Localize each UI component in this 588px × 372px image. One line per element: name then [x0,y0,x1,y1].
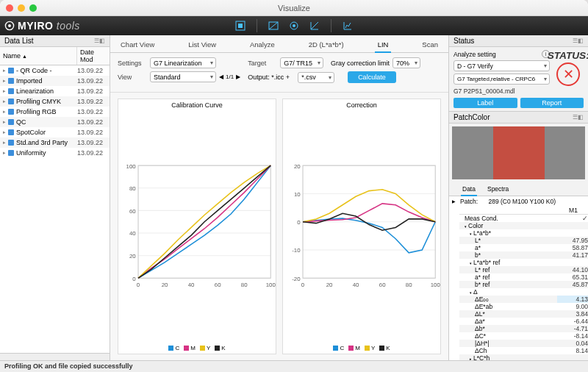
col-date: Date Mod [77,47,110,65]
panel-menu-icon[interactable]: ☰◧ [94,37,105,44]
svg-text:20: 20 [326,282,333,288]
patch-color-pane [452,126,585,179]
svg-text:0: 0 [297,219,301,226]
chart-icon[interactable] [340,18,355,33]
data-list-body[interactable]: ▸- QR Code -13.09.22▸Imported13.09.22▸Li… [0,65,110,353]
profile-select[interactable]: G7 Targeted,relative - CRPC6 [453,74,550,85]
data-row: ΔL*3.84 [459,310,588,318]
label-button[interactable]: Label [453,98,517,108]
analyze-label: Analyze setting [453,51,539,58]
tab-lin[interactable]: LIN [375,38,392,52]
list-item[interactable]: ▸Imported13.09.22 [0,76,110,86]
data-list-title: Data List [4,37,33,45]
spectrum-icon[interactable] [266,18,281,33]
svg-text:10: 10 [294,191,301,198]
data-row: ΔC*-8.14 [459,332,588,340]
target-select[interactable]: G7/ TR15 [280,57,323,68]
scrollbar-horizontal[interactable] [0,353,110,360]
tab-scan[interactable]: Scan [419,38,441,52]
data-row: ΔE₀₀4.13 [459,296,588,303]
gray-limit-select[interactable]: 70% [392,57,420,68]
data-row: ΔCh8.14 [459,347,588,354]
calculate-button[interactable]: Calculate [348,71,396,83]
panel-menu-icon[interactable]: ☰◧ [573,114,584,121]
panel-menu-icon[interactable]: ☰◧ [573,37,584,44]
pager[interactable]: ◀1/1▶ [219,74,240,80]
edit-icon[interactable] [307,18,322,33]
data-row: b*41.17 [459,251,588,259]
folder-icon [8,150,14,156]
svg-text:40: 40 [129,230,136,237]
status-title: Status [453,37,474,45]
target-icon[interactable] [287,18,301,33]
brand-name: MYIRO tools [18,20,80,32]
list-item[interactable]: ▸Linearization13.09.22 [0,86,110,96]
svg-text:20: 20 [162,282,168,288]
data-row: ΔE*ab9.00 [459,303,588,310]
output-select[interactable]: *.csv [298,72,334,83]
tab-analyze[interactable]: Analyze [247,38,278,52]
list-item[interactable]: ▸Profiling RGB13.09.22 [0,107,110,117]
right-panel: Status☰◧ Analyze settingi D - G7 Verify … [449,35,588,360]
svg-text:-20: -20 [292,276,301,282]
data-row[interactable]: ▸L*C*h [459,354,588,360]
list-item[interactable]: ▸- QR Code -13.09.22 [0,65,110,76]
brand-bar: MYIRO tools [0,16,588,35]
data-row[interactable]: ▾Δ [459,288,588,296]
svg-text:0: 0 [132,276,136,282]
view-select[interactable]: Standard [150,71,216,82]
patch-label: Patch: [460,198,478,205]
analyze-select[interactable]: D - G7 Verify [453,60,550,71]
col-name: Name [3,52,21,60]
svg-text:80: 80 [129,185,136,192]
list-item[interactable]: ▸SpotColor13.09.22 [0,127,110,137]
output-label: Output: *.icc + [248,74,295,81]
folder-icon [8,78,14,84]
status-heading: STATUS: [547,50,588,61]
tab-chart-view[interactable]: Chart View [118,38,157,52]
svg-text:40: 40 [353,282,359,288]
folder-icon [8,109,14,115]
data-row: L* ref44.10 [459,266,588,273]
tab-2d-l-a-b-[interactable]: 2D (L*a*b*) [306,38,347,52]
data-row: a* ref65.31 [459,273,588,281]
titlebar: Visualize [0,0,588,16]
disclosure-icon[interactable]: ▶ [452,198,456,204]
data-list-header[interactable]: Name ▲ Date Mod [0,47,110,65]
svg-text:40: 40 [188,282,195,288]
folder-icon [8,129,14,135]
list-item[interactable]: ▸Profiling CMYK13.09.22 [0,96,110,107]
status-file: G7 P2P51_00004.mdl [453,87,550,96]
svg-text:100: 100 [126,163,137,170]
svg-text:0: 0 [301,282,305,288]
data-row[interactable]: ▾L*a*b* [459,229,588,237]
data-tab-spectra[interactable]: Spectra [486,184,510,196]
svg-text:-10: -10 [292,247,301,254]
list-item[interactable]: ▸Std.and 3rd Party13.09.22 [0,137,110,148]
view-label: View [118,74,147,81]
tab-list-view[interactable]: List View [185,38,219,52]
report-button[interactable]: Report [520,98,584,108]
brand-glyph-icon [4,21,15,31]
window-title: Visualize [0,4,588,12]
data-row[interactable]: ▾L*a*b* ref [459,259,588,266]
svg-text:80: 80 [406,282,412,288]
folder-icon [8,99,14,104]
app-icon[interactable] [233,18,248,33]
charts-area: Calibration Curve02040608010002040608010… [110,93,448,360]
list-item[interactable]: ▸QC13.09.22 [0,117,110,127]
settings-select[interactable]: G7 Linearization [150,57,216,68]
data-list-panel: Data List☰◧ Name ▲ Date Mod ▸- QR Code -… [0,35,110,360]
folder-icon [8,119,14,125]
patch-data: ▶Patch: 289 (C0 M100 Y100 K0) M1 Meas Co… [449,196,588,360]
data-row[interactable]: Meas Cond.✓ [459,215,588,222]
gray-limit-label: Gray correction limit [331,60,390,67]
data-row[interactable]: ▾Color [459,222,588,229]
list-item[interactable]: ▸Uniformity13.09.22 [0,148,110,158]
svg-point-1 [8,24,11,27]
chart: Correction-20-1001020020406080100CMYK [282,99,441,354]
data-tabs: DataSpectra [449,182,588,196]
data-row: Δb*-4.71 [459,325,588,332]
svg-text:100: 100 [431,282,440,288]
data-tab-data[interactable]: Data [461,184,477,196]
